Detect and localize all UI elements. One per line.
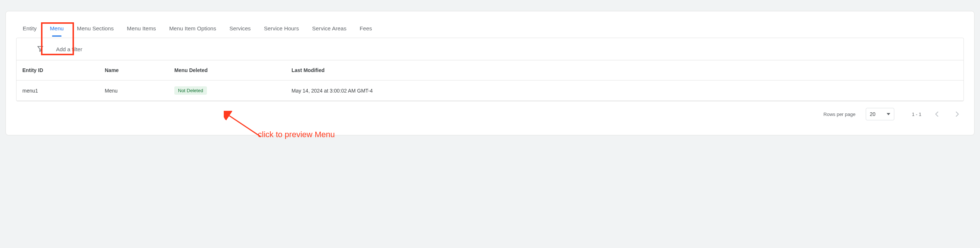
caret-down-icon (887, 113, 890, 115)
rows-per-page-value: 20 (870, 111, 876, 117)
tab-entity[interactable]: Entity (16, 22, 43, 36)
rows-per-page-select[interactable]: 20 (866, 108, 894, 120)
tab-menu-sections[interactable]: Menu Sections (70, 22, 121, 36)
add-filter-button[interactable]: Add a filter (56, 46, 83, 52)
column-header-menu-deleted[interactable]: Menu Deleted (174, 67, 291, 73)
rows-per-page-label: Rows per page (824, 112, 856, 117)
pager-prev-button[interactable] (932, 109, 942, 119)
annotation-text: click to preview Menu (258, 130, 335, 139)
column-header-entity-id[interactable]: Entity ID (22, 67, 105, 73)
column-header-last-modified[interactable]: Last Modified (291, 67, 964, 73)
tab-menu-item-options[interactable]: Menu Item Options (162, 22, 223, 36)
tabs: Entity Menu Menu Sections Menu Items Men… (16, 11, 964, 38)
tab-service-hours[interactable]: Service Hours (258, 22, 306, 36)
svg-marker-0 (38, 46, 43, 52)
column-header-name[interactable]: Name (105, 67, 174, 73)
filter-icon[interactable] (37, 45, 44, 53)
tab-services[interactable]: Services (223, 22, 257, 36)
tab-menu[interactable]: Menu (43, 22, 70, 36)
cell-last-modified: May 14, 2024 at 3:00:02 AM GMT-4 (291, 88, 964, 94)
cell-entity-id: menu1 (22, 88, 105, 94)
pager-range: 1 - 1 (912, 112, 921, 117)
pager-next-button[interactable] (952, 109, 963, 119)
tab-service-areas[interactable]: Service Areas (305, 22, 353, 36)
status-chip-not-deleted: Not Deleted (174, 86, 207, 95)
table-row[interactable]: menu1 Menu Not Deleted May 14, 2024 at 3… (16, 81, 964, 101)
cell-name: Menu (105, 88, 174, 94)
tab-fees[interactable]: Fees (353, 22, 379, 36)
cell-menu-deleted: Not Deleted (174, 86, 291, 95)
tab-menu-items[interactable]: Menu Items (121, 22, 162, 36)
